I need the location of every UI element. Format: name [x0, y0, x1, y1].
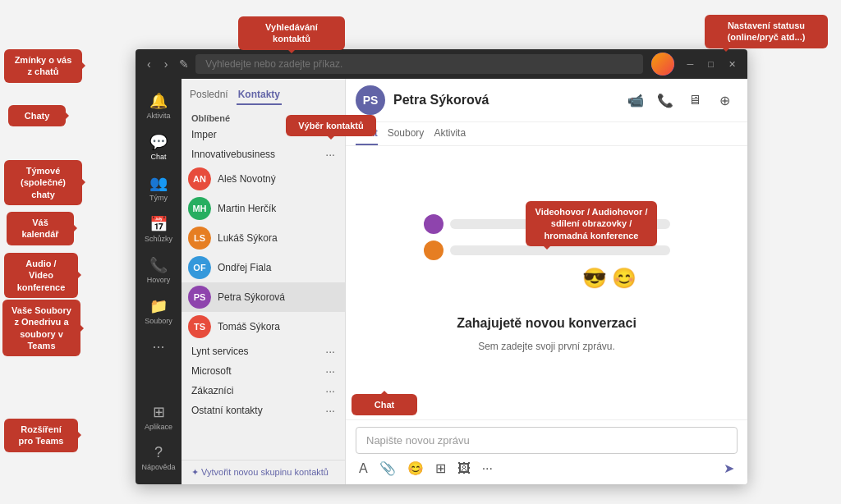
annotation-nastaveni: Nastavení statusu (online/pryč atd...) — [705, 15, 828, 48]
msg-avatar-2 — [424, 241, 443, 260]
compose-icon[interactable]: ✎ — [179, 57, 189, 71]
audio-call-button[interactable]: 📞 — [652, 87, 678, 113]
subtab-soubory[interactable]: Soubory — [388, 122, 425, 145]
group-row-lynt[interactable]: Lynt services ··· — [182, 341, 345, 361]
calls-icon: 📞 — [149, 256, 168, 274]
annotation-rozsireni: Rozšíření pro Teams — [4, 419, 78, 452]
annotation-kalendar: Váš kalendář — [7, 212, 74, 245]
sidebar-label-tymy: Týmy — [149, 194, 168, 202]
group-dots-zakaznici[interactable]: ··· — [325, 384, 335, 397]
group-name-lynt: Lynt services — [191, 346, 249, 357]
attach-button[interactable]: 📎 — [376, 459, 399, 478]
sidebar-label-apps: Aplikace — [145, 423, 172, 431]
sidebar-item-tymy[interactable]: 👥 Týmy — [136, 167, 182, 208]
sidebar: 🔔 Aktivita 💬 Chat 👥 Týmy 📅 Schůzky 📞 Hov… — [136, 79, 182, 484]
sidebar-item-schuzky[interactable]: 📅 Schůzky — [136, 208, 182, 250]
chat-subtabs: Chat Soubory Aktivita — [346, 122, 747, 146]
annotation-chat: Chat — [352, 394, 417, 415]
sidebar-item-help[interactable]: ? Nápověda — [136, 438, 182, 478]
group-dots-innovativebusiness[interactable]: ··· — [325, 148, 335, 161]
sidebar-item-soubory[interactable]: 📁 Soubory — [136, 291, 182, 332]
avatar-tomas: TS — [188, 315, 211, 338]
help-icon: ? — [154, 444, 163, 461]
contact-panel: Poslední Kontakty Oblíbené Imper ··· Inn… — [182, 79, 346, 484]
contact-item-ales[interactable]: AN Aleš Novotný — [182, 164, 345, 194]
msg-avatar-1 — [424, 214, 443, 234]
contact-item-petra[interactable]: PS Petra Sýkorová — [182, 282, 345, 312]
contact-item-tomas[interactable]: TS Tomáš Sýkora — [182, 312, 345, 341]
subtab-aktivita[interactable]: Aktivita — [434, 122, 466, 145]
sidebar-item-apps[interactable]: ⊞ Aplikace — [136, 396, 182, 438]
teams-window: ‹ › ✎ ─ □ ✕ 🔔 Aktivita 💬 Chat 👥 — [136, 49, 747, 484]
nav-forward-button[interactable]: › — [159, 56, 173, 72]
contact-name-ales: Aleš Novotný — [218, 173, 338, 185]
avatar-martin: MH — [188, 197, 211, 220]
sticker-button[interactable]: 🖼 — [454, 460, 474, 478]
group-dots-microsoft[interactable]: ··· — [325, 364, 335, 378]
annotation-vyhledavani: Vyhledávání kontaktů — [238, 16, 345, 50]
sidebar-item-aktivita[interactable]: 🔔 Aktivita — [136, 85, 182, 126]
contact-name-ondrej: Ondřej Fiala — [218, 262, 338, 273]
minimize-button[interactable]: ─ — [682, 59, 699, 70]
group-row-microsoft[interactable]: Microsoft ··· — [182, 361, 345, 381]
group-row-ostatni[interactable]: Ostatní kontakty ··· — [182, 401, 345, 420]
chat-contact-name: Petra Sýkorová — [393, 93, 614, 108]
contact-name-petra: Petra Sýkorová — [218, 291, 338, 303]
contact-name-lukas: Lukáš Sýkora — [218, 232, 338, 244]
video-call-button[interactable]: 📹 — [623, 87, 649, 113]
maximize-button[interactable]: □ — [703, 59, 719, 70]
tab-kontakty[interactable]: Kontakty — [237, 85, 282, 105]
tab-posledni[interactable]: Poslední — [188, 85, 230, 105]
nav-back-button[interactable]: ‹ — [142, 56, 156, 72]
chat-icon: 💬 — [149, 133, 168, 151]
new-conversation-heading: Zahajujetě novou konverzaci — [457, 316, 636, 331]
contact-list: Oblíbené Imper ··· Innovativebusiness ··… — [182, 105, 345, 460]
contact-name-tomas: Tomáš Sýkora — [218, 321, 338, 332]
create-group-button[interactable]: ✦ Vytvořit novou skupinu kontaktů — [182, 460, 345, 484]
annotation-zmínky: Zmínky o vás z chatů — [4, 49, 82, 83]
sidebar-label-hovory: Hovory — [147, 276, 171, 284]
sidebar-item-chat[interactable]: 💬 Chat — [136, 126, 182, 167]
contact-item-ondrej[interactable]: OF Ondřej Fiala — [182, 253, 345, 282]
group-name-ostatni: Ostatní kontakty — [191, 405, 263, 416]
annotation-soubory: Vaše Soubory z Onedrivu a soubory v Team… — [2, 300, 80, 356]
avatar-image — [651, 53, 674, 76]
send-button[interactable]: ➤ — [720, 459, 738, 478]
message-input[interactable]: Napište novou zprávu — [356, 427, 738, 454]
chat-input-area: Napište novou zprávu A 📎 😊 ⊞ 🖼 ··· ➤ — [346, 419, 747, 484]
new-conversation-sub: Sem zadejte svoji první zprávu. — [478, 341, 615, 352]
sidebar-label-chat: Chat — [150, 153, 166, 161]
more-tools-button[interactable]: ··· — [479, 460, 496, 478]
emoji-button[interactable]: 😊 — [404, 459, 427, 478]
title-bar: ‹ › ✎ ─ □ ✕ — [136, 49, 747, 79]
calendar-icon: 📅 — [149, 215, 168, 233]
screen-share-button[interactable]: 🖥 — [682, 87, 708, 113]
nav-buttons: ‹ › — [142, 56, 172, 72]
giphy-button[interactable]: ⊞ — [432, 459, 449, 478]
avatar-lukas: LS — [188, 227, 211, 250]
group-name-zakaznici: Zákazníci — [191, 385, 233, 396]
sidebar-label-schuzky: Schůzky — [145, 235, 172, 243]
group-dots-ostatni[interactable]: ··· — [325, 404, 335, 417]
chat-area: PS Petra Sýkorová 📹 📞 🖥 ⊕ Chat Soubory A… — [346, 79, 747, 484]
close-button[interactable]: ✕ — [724, 59, 741, 70]
contact-item-lukas[interactable]: LS Lukáš Sýkora — [182, 223, 345, 253]
sidebar-item-hovory[interactable]: 📞 Hovory — [136, 250, 182, 291]
group-row-innovativebusiness[interactable]: Innovativebusiness ··· — [182, 144, 345, 164]
avatar[interactable] — [651, 53, 674, 76]
avatar-ales: AN — [188, 167, 211, 190]
group-row-zakaznici[interactable]: Zákazníci ··· — [182, 381, 345, 401]
sidebar-item-more[interactable]: ··· — [136, 332, 182, 362]
search-input[interactable] — [195, 54, 642, 74]
chat-header: PS Petra Sýkorová 📹 📞 🖥 ⊕ — [346, 79, 747, 122]
format-button[interactable]: A — [356, 460, 371, 478]
contact-item-martin[interactable]: MH Martin Herčík — [182, 194, 345, 223]
chat-actions: 📹 📞 🖥 ⊕ — [623, 87, 738, 113]
teams-icon: 👥 — [149, 174, 168, 192]
group-dots-lynt[interactable]: ··· — [325, 345, 335, 358]
more-options-button[interactable]: ⊕ — [711, 87, 738, 113]
sidebar-label-soubory: Soubory — [145, 317, 172, 325]
annotation-video: Videohovor / Audiohovor / sdílení obrazo… — [526, 201, 657, 246]
group-name-microsoft: Microsoft — [191, 365, 232, 377]
main-content: 🔔 Aktivita 💬 Chat 👥 Týmy 📅 Schůzky 📞 Hov… — [136, 79, 747, 484]
